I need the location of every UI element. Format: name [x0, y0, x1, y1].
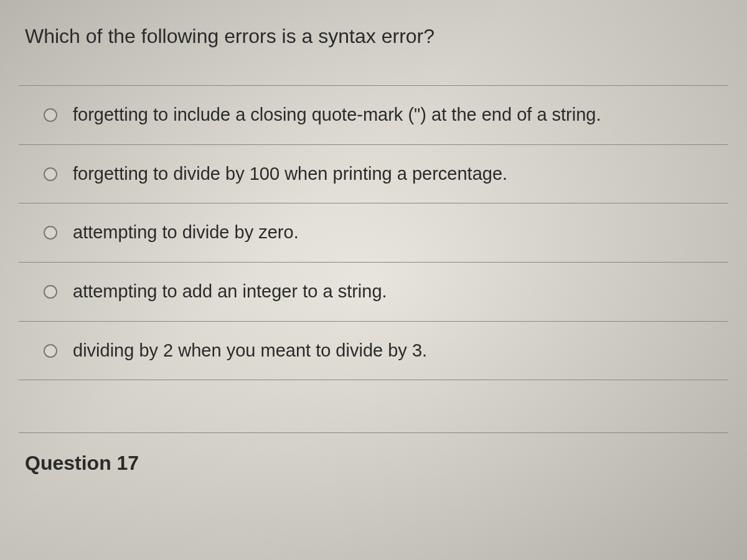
- question-prompt: Which of the following errors is a synta…: [19, 25, 728, 48]
- option-label: attempting to add an integer to a string…: [73, 280, 387, 304]
- option-label: dividing by 2 when you meant to divide b…: [73, 339, 427, 363]
- option-row[interactable]: dividing by 2 when you meant to divide b…: [19, 322, 728, 381]
- spacer-row: [19, 380, 728, 433]
- radio-icon[interactable]: [44, 226, 57, 240]
- radio-icon[interactable]: [44, 285, 57, 299]
- radio-icon[interactable]: [44, 108, 57, 122]
- question-block: Which of the following errors is a synta…: [19, 25, 728, 475]
- option-label: attempting to divide by zero.: [73, 221, 299, 245]
- options-list: forgetting to include a closing quote-ma…: [19, 85, 728, 433]
- option-row[interactable]: attempting to add an integer to a string…: [19, 263, 728, 322]
- radio-icon[interactable]: [44, 167, 57, 181]
- next-question-heading: Question 17: [19, 433, 728, 475]
- option-label: forgetting to divide by 100 when printin…: [73, 162, 507, 186]
- option-row[interactable]: forgetting to include a closing quote-ma…: [19, 86, 728, 145]
- radio-icon[interactable]: [44, 344, 57, 358]
- option-label: forgetting to include a closing quote-ma…: [73, 103, 601, 127]
- option-row[interactable]: forgetting to divide by 100 when printin…: [19, 145, 728, 204]
- option-row[interactable]: attempting to divide by zero.: [19, 203, 728, 263]
